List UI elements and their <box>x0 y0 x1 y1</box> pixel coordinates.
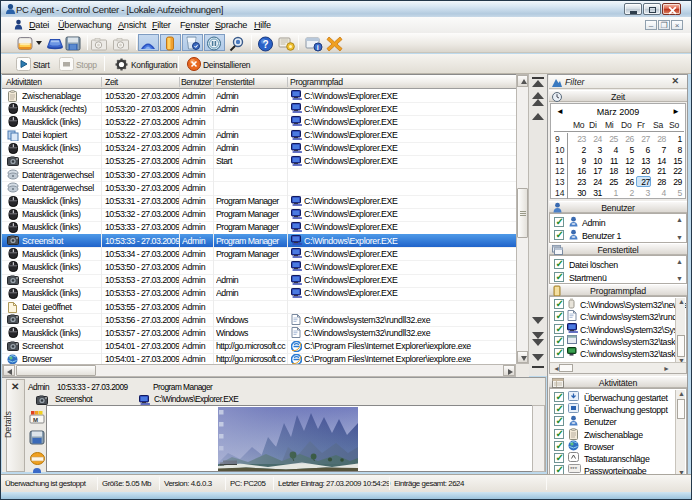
svg-text:?: ? <box>263 39 269 50</box>
svg-text:i: i <box>317 44 319 51</box>
svg-text:M: M <box>33 417 38 423</box>
svg-text:***: *** <box>570 466 578 472</box>
